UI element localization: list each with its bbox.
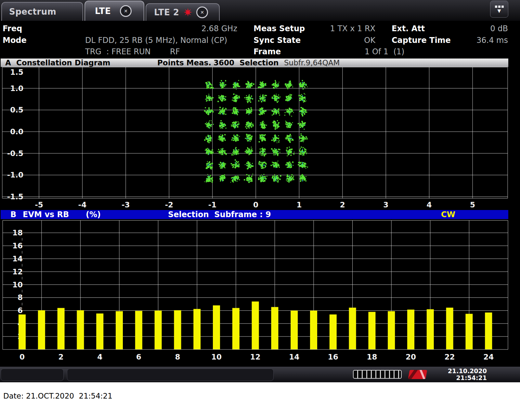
frame-label: Frame: [254, 47, 281, 56]
tab-lte2[interactable]: LTE 2 ✷ ✕: [146, 3, 220, 21]
svg-text:10: 10: [211, 353, 222, 361]
cw-indicator: CW: [441, 210, 455, 219]
statusbar-field[interactable]: [67, 369, 274, 381]
favorite-star-icon: ✷: [183, 7, 192, 17]
svg-text:1.0: 1.0: [10, 84, 23, 93]
svg-text:16: 16: [328, 353, 338, 361]
capture-progress-indicator: [353, 370, 402, 379]
close-tab-icon[interactable]: ✕: [196, 7, 208, 18]
points-meas-value: 3600: [214, 59, 234, 67]
svg-text:-1.5: -1.5: [7, 192, 23, 201]
screenshot-date-caption: Date: 21.OCT.2020 21:54:21: [3, 392, 112, 400]
statusbar-date: 21.10.2020: [448, 368, 487, 374]
window-b-titlebar[interactable]: B EVM vs RB (%) Selection Subframe : 9 C…: [1, 210, 508, 219]
svg-text:0.0: 0.0: [10, 127, 23, 136]
window-b-id: B: [10, 210, 16, 219]
svg-text:0: 0: [253, 201, 258, 209]
svg-text:22: 22: [445, 353, 455, 361]
tab-lte[interactable]: LTE ✕: [84, 1, 144, 21]
freq-value: 2.68 GHz: [140, 24, 237, 33]
svg-text:2: 2: [340, 201, 345, 209]
svg-text:3: 3: [383, 201, 388, 209]
statusbar-datetime: 21.10.2020 21:54:21: [448, 368, 487, 381]
svg-text:18: 18: [12, 229, 23, 237]
svg-text:-2: -2: [165, 201, 173, 209]
sync-state-value: OK: [280, 36, 375, 45]
svg-text:6: 6: [18, 306, 23, 315]
close-tab-icon[interactable]: ✕: [120, 5, 132, 17]
svg-text:14: 14: [289, 353, 299, 361]
display-menu-button[interactable]: ▼: [490, 1, 508, 18]
svg-text:10: 10: [12, 281, 23, 289]
capture-time-value: 36.4 ms: [432, 36, 508, 45]
tab-bar: Spectrum LTE ✕ LTE 2 ✷ ✕ ▼: [0, 0, 520, 21]
selection-value: Subfr.9,64QAM: [284, 59, 340, 67]
svg-text:0: 0: [20, 353, 25, 361]
svg-text:-4: -4: [78, 201, 87, 209]
svg-text:24: 24: [483, 353, 494, 361]
meas-setup-value: 1 TX x 1 RX: [280, 24, 375, 33]
svg-text:4: 4: [427, 201, 432, 209]
evm-vs-rb-chart[interactable]: 18161412108642024681012141618202224: [0, 219, 520, 367]
svg-text:8: 8: [175, 353, 180, 361]
points-meas-label: Points Meas.: [157, 59, 211, 67]
svg-text:-3: -3: [122, 201, 130, 209]
statusbar-time: 21:54:21: [448, 374, 487, 381]
window-b-unit: (%): [86, 210, 101, 219]
svg-text:-1.0: -1.0: [7, 171, 23, 179]
lxi-icon: [408, 370, 427, 379]
mode-value: DL FDD, 25 RB (5 MHz), Normal (CP): [85, 36, 227, 45]
svg-text:5: 5: [470, 201, 475, 209]
svg-text:14: 14: [12, 255, 23, 263]
statusbar-button-left[interactable]: [1, 369, 64, 381]
svg-text:-1: -1: [208, 201, 217, 209]
trigger-value: TRG : FREE RUN: [85, 47, 151, 56]
svg-text:1: 1: [296, 201, 302, 209]
tab-spectrum-label: Spectrum: [9, 7, 56, 17]
svg-text:12: 12: [12, 268, 23, 276]
analyzer-screen: Spectrum LTE ✕ LTE 2 ✷ ✕ ▼ Freq 2.68 GHz…: [0, 0, 520, 382]
window-a-title: Constellation Diagram: [16, 59, 110, 67]
svg-text:0.5: 0.5: [10, 106, 23, 114]
selection-label: Selection: [240, 59, 279, 67]
mode-label: Mode: [3, 36, 27, 45]
freq-label: Freq: [3, 24, 22, 33]
ext-att-label: Ext. Att: [392, 24, 425, 33]
svg-text:-5: -5: [35, 201, 43, 209]
window-b-selection: Selection Subframe : 9: [168, 210, 271, 219]
svg-text:2: 2: [58, 353, 64, 361]
svg-text:20: 20: [406, 353, 416, 361]
svg-text:4: 4: [97, 353, 102, 361]
svg-text:18: 18: [367, 353, 377, 361]
svg-text:16: 16: [12, 242, 23, 250]
measurement-header: Freq 2.68 GHz Meas Setup 1 TX x 1 RX Ext…: [0, 21, 520, 59]
chevron-down-icon: ▼: [498, 9, 501, 13]
svg-text:-0.5: -0.5: [7, 149, 23, 158]
grid-dots-icon: [495, 6, 504, 8]
ext-att-value: 0 dB: [432, 24, 508, 33]
window-a-titlebar[interactable]: A Constellation Diagram Points Meas. 360…: [1, 59, 508, 67]
tab-lte-label: LTE: [95, 6, 111, 16]
tab-lte2-label: LTE 2: [154, 7, 179, 17]
tab-spectrum[interactable]: Spectrum: [1, 2, 83, 21]
trigger-rf: RF: [170, 47, 180, 56]
svg-text:8: 8: [18, 293, 23, 302]
constellation-chart[interactable]: 1.51.00.50.0-0.5-1.0-1.5-5-4-3-2-1012345: [0, 67, 520, 210]
svg-text:12: 12: [250, 353, 261, 361]
svg-text:6: 6: [136, 353, 141, 361]
status-bar: 21.10.2020 21:54:21: [0, 367, 520, 382]
window-b-title: EVM vs RB: [23, 210, 69, 219]
frame-value: 1 Of 1 (1): [365, 47, 404, 56]
window-a-id: A: [5, 59, 11, 67]
svg-text:1.5: 1.5: [10, 68, 23, 76]
